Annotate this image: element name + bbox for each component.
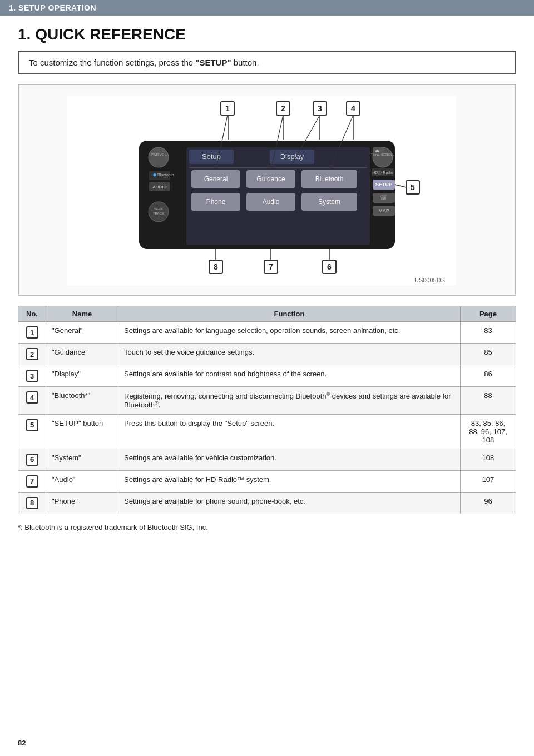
diagram-svg: 1 2 3 4 Setup Display bbox=[67, 96, 467, 287]
row-badge: 5 bbox=[26, 419, 38, 431]
svg-text:HDⓇ Radio: HDⓇ Radio bbox=[372, 171, 393, 175]
row-name: "Bluetooth*" bbox=[46, 387, 118, 415]
svg-text:☏: ☏ bbox=[380, 194, 388, 201]
svg-text:8: 8 bbox=[214, 262, 218, 271]
table-header-no: No. bbox=[18, 306, 46, 322]
table-row: 7"Audio"Settings are available for HD Ra… bbox=[18, 470, 516, 492]
table-row: 4"Bluetooth*"Registering, removing, conn… bbox=[18, 387, 516, 415]
row-page: 83 bbox=[461, 322, 516, 344]
row-page: 88 bbox=[461, 387, 516, 415]
svg-text:⏏: ⏏ bbox=[375, 148, 380, 153]
svg-text:4: 4 bbox=[351, 104, 355, 113]
svg-text:PWR·VOL: PWR·VOL bbox=[151, 153, 166, 156]
intro-box: To customize the function settings, pres… bbox=[18, 51, 516, 74]
device-diagram: 1 2 3 4 Setup Display bbox=[67, 96, 456, 285]
svg-text:Bluetooth: Bluetooth bbox=[315, 175, 344, 183]
row-no: 6 bbox=[18, 449, 46, 470]
row-function: Settings are available for HD Radio™ sys… bbox=[118, 470, 461, 492]
svg-text:6: 6 bbox=[327, 262, 332, 271]
row-function: Settings are available for phone sound, … bbox=[118, 492, 461, 514]
table-header-function: Function bbox=[118, 306, 461, 322]
row-badge: 1 bbox=[26, 326, 38, 339]
row-no: 7 bbox=[18, 470, 46, 492]
row-badge: 3 bbox=[26, 370, 38, 382]
svg-text:2: 2 bbox=[281, 104, 285, 113]
row-page: 96 bbox=[461, 492, 516, 514]
svg-text:3: 3 bbox=[318, 104, 322, 113]
svg-text:TRACK: TRACK bbox=[153, 212, 164, 215]
top-bar-label: 1. SETUP OPERATION bbox=[9, 3, 96, 12]
page-number: 82 bbox=[18, 739, 26, 747]
row-badge: 6 bbox=[26, 454, 38, 466]
svg-text:Audio: Audio bbox=[263, 198, 280, 206]
table-header-name: Name bbox=[46, 306, 118, 322]
svg-text:5: 5 bbox=[411, 183, 415, 192]
row-name: "General" bbox=[46, 322, 118, 344]
table-header-page: Page bbox=[461, 306, 516, 322]
page-title: 1. QUICK REFERENCE bbox=[18, 26, 516, 43]
table-row: 2"Guidance"Touch to set the voice guidan… bbox=[18, 344, 516, 365]
row-function: Registering, removing, connecting and di… bbox=[118, 387, 461, 415]
svg-text:AUDIO: AUDIO bbox=[152, 185, 166, 190]
row-name: "Audio" bbox=[46, 470, 118, 492]
row-no: 1 bbox=[18, 322, 46, 344]
svg-text:1: 1 bbox=[225, 104, 230, 113]
row-name: "System" bbox=[46, 449, 118, 470]
row-name: "SETUP" button bbox=[46, 414, 118, 449]
table-row: 5"SETUP" buttonPress this button to disp… bbox=[18, 414, 516, 449]
svg-text:⬢: ⬢ bbox=[153, 173, 156, 177]
row-badge: 8 bbox=[26, 497, 38, 509]
row-badge: 7 bbox=[26, 475, 38, 488]
table-row: 6"System"Settings are available for vehi… bbox=[18, 449, 516, 470]
svg-point-32 bbox=[149, 147, 169, 167]
svg-text:System: System bbox=[318, 198, 340, 206]
row-function: Settings are available for vehicle custo… bbox=[118, 449, 461, 470]
row-badge: 2 bbox=[26, 348, 38, 360]
row-function: Press this button to display the "Setup"… bbox=[118, 414, 461, 449]
row-function: Touch to set the voice guidance settings… bbox=[118, 344, 461, 365]
svg-text:Phone: Phone bbox=[206, 198, 226, 206]
row-page: 83, 85, 86, 88, 96, 107, 108 bbox=[461, 414, 516, 449]
svg-text:Bluetooth: Bluetooth bbox=[157, 173, 174, 177]
table-row: 8"Phone"Settings are available for phone… bbox=[18, 492, 516, 514]
row-no: 8 bbox=[18, 492, 46, 514]
row-no: 5 bbox=[18, 414, 46, 449]
intro-text-before: To customize the function settings, pres… bbox=[29, 58, 195, 67]
row-name: "Display" bbox=[46, 365, 118, 387]
table-row: 1"General"Settings are available for lan… bbox=[18, 322, 516, 344]
row-name: "Phone" bbox=[46, 492, 118, 514]
row-badge: 4 bbox=[26, 391, 38, 404]
svg-text:Display: Display bbox=[280, 152, 304, 161]
svg-text:SEEK: SEEK bbox=[154, 207, 163, 211]
row-page: 85 bbox=[461, 344, 516, 365]
main-content: 1. QUICK REFERENCE To customize the func… bbox=[0, 16, 534, 545]
top-bar: 1. SETUP OPERATION bbox=[0, 0, 534, 16]
table-row: 3"Display"Settings are available for con… bbox=[18, 365, 516, 387]
row-function: Settings are available for language sele… bbox=[118, 322, 461, 344]
reference-table: No. Name Function Page 1"General"Setting… bbox=[18, 306, 516, 514]
svg-text:SETUP: SETUP bbox=[375, 182, 392, 187]
svg-text:Guidance: Guidance bbox=[256, 175, 285, 183]
svg-text:US0005DS: US0005DS bbox=[414, 277, 445, 284]
intro-text-after: button. bbox=[231, 58, 259, 67]
intro-emphasis: "SETUP" bbox=[195, 58, 231, 67]
row-function: Settings are available for contrast and … bbox=[118, 365, 461, 387]
footnote: *: Bluetooth is a registered trademark o… bbox=[18, 523, 516, 531]
row-page: 108 bbox=[461, 449, 516, 470]
row-no: 2 bbox=[18, 344, 46, 365]
row-no: 4 bbox=[18, 387, 46, 415]
svg-text:7: 7 bbox=[269, 262, 273, 271]
svg-text:MAP: MAP bbox=[378, 208, 389, 213]
row-page: 107 bbox=[461, 470, 516, 492]
diagram-container: 1 2 3 4 Setup Display bbox=[18, 84, 516, 296]
svg-text:General: General bbox=[204, 175, 228, 183]
row-name: "Guidance" bbox=[46, 344, 118, 365]
row-no: 3 bbox=[18, 365, 46, 387]
row-page: 86 bbox=[461, 365, 516, 387]
